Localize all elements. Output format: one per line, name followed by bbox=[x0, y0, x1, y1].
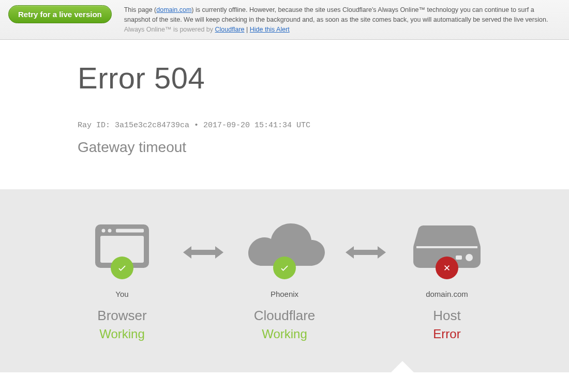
node-status: Working bbox=[70, 327, 174, 341]
node-top-label: domain.com bbox=[395, 290, 499, 298]
check-badge-icon bbox=[273, 257, 296, 279]
always-online-alert: Retry for a live version This page (doma… bbox=[0, 0, 569, 40]
svg-point-3 bbox=[108, 229, 112, 233]
double-arrow-icon bbox=[346, 229, 386, 276]
timestamp: 2017-09-20 15:41:34 UTC bbox=[203, 121, 310, 130]
hide-alert-link[interactable]: Hide this Alert bbox=[250, 26, 290, 33]
separator: | bbox=[245, 26, 250, 33]
retry-button[interactable]: Retry for a live version bbox=[8, 5, 112, 23]
svg-point-2 bbox=[102, 229, 106, 233]
node-host: domain.com Host Error bbox=[395, 220, 499, 341]
cloudflare-link[interactable]: Cloudflare bbox=[215, 26, 245, 33]
node-cloudflare: Phoenix Cloudflare Working bbox=[233, 220, 336, 341]
node-mid-label: Host bbox=[395, 308, 499, 324]
domain-link[interactable]: domain.com bbox=[156, 6, 191, 13]
svg-rect-4 bbox=[116, 229, 144, 233]
node-browser: You Browser Working bbox=[70, 220, 174, 341]
ray-id-line: Ray ID: 3a15e3c2c84739ca • 2017-09-20 15… bbox=[78, 121, 491, 130]
error-subtitle: Gateway timeout bbox=[78, 139, 491, 156]
alert-text-part: This page ( bbox=[124, 6, 157, 13]
error-badge-icon bbox=[436, 257, 458, 279]
node-top-label: Phoenix bbox=[233, 290, 336, 298]
ray-prefix: Ray ID: bbox=[78, 121, 115, 130]
powered-by-prefix: Always Online™ is powered by bbox=[124, 26, 215, 33]
check-badge-icon bbox=[111, 257, 133, 279]
node-mid-label: Cloudflare bbox=[233, 308, 336, 324]
pointer-arrow-icon bbox=[391, 361, 414, 372]
alert-message: This page (domain.com) is currently offl… bbox=[124, 5, 561, 34]
node-status: Working bbox=[233, 327, 336, 341]
connection-diagram: You Browser Working Phoenix Cloudflare W… bbox=[0, 189, 569, 372]
svg-rect-7 bbox=[456, 255, 462, 260]
svg-point-6 bbox=[466, 254, 473, 261]
error-title: Error 504 bbox=[78, 61, 491, 95]
node-status: Error bbox=[395, 327, 499, 341]
node-top-label: You bbox=[70, 290, 174, 298]
bullet: • bbox=[189, 121, 203, 130]
svg-rect-5 bbox=[416, 246, 477, 248]
ray-id: 3a15e3c2c84739ca bbox=[115, 121, 189, 130]
double-arrow-icon bbox=[183, 229, 223, 276]
error-header: Error 504 Ray ID: 3a15e3c2c84739ca • 201… bbox=[0, 40, 569, 176]
node-mid-label: Browser bbox=[70, 308, 174, 324]
